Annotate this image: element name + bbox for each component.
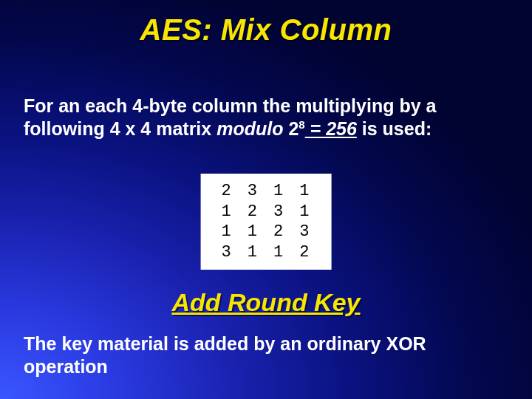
matrix-cell: 2: [266, 222, 292, 242]
matrix-cell: 3: [214, 242, 240, 263]
matrix-cell: 1: [266, 242, 292, 263]
matrix-row: 1 2 3 1: [214, 202, 318, 222]
matrix-cell: 1: [214, 222, 240, 242]
matrix-row: 1 1 2 3: [214, 222, 318, 242]
matrix-row: 2 3 1 1: [214, 181, 318, 202]
matrix-cell: 2: [214, 181, 240, 202]
matrix-cell: 3: [292, 222, 318, 242]
paragraph-2: The key material is added by an ordinary…: [24, 332, 502, 379]
matrix-cell: 1: [240, 242, 266, 263]
matrix-table: 2 3 1 1 1 2 3 1 1 1 2 3 3 1 1 2: [214, 181, 318, 262]
matrix-cell: 1: [214, 202, 240, 222]
matrix-cell: 2: [292, 242, 318, 263]
matrix-row: 3 1 1 2: [214, 242, 318, 263]
matrix-cell: 1: [292, 181, 318, 202]
slide-subtitle: Add Round Key: [0, 288, 532, 317]
para1-modulo: modulo: [216, 118, 283, 139]
matrix-cell: 1: [292, 202, 318, 222]
para1-text-d: is used:: [357, 118, 432, 139]
slide-title: AES: Mix Column: [0, 13, 532, 47]
matrix-cell: 3: [240, 181, 266, 202]
para1-text-b: 2: [283, 118, 299, 139]
matrix-cell: 1: [240, 222, 266, 242]
slide: AES: Mix Column For an each 4-byte colum…: [0, 0, 532, 399]
matrix-box: 2 3 1 1 1 2 3 1 1 1 2 3 3 1 1 2: [201, 174, 332, 270]
matrix-cell: 2: [240, 202, 266, 222]
para1-sup: 8: [299, 118, 304, 131]
para1-text-c: = 256: [305, 118, 357, 139]
paragraph-1: For an each 4-byte column the multiplyin…: [24, 95, 502, 141]
matrix-cell: 3: [266, 202, 292, 222]
matrix-cell: 1: [266, 181, 292, 202]
